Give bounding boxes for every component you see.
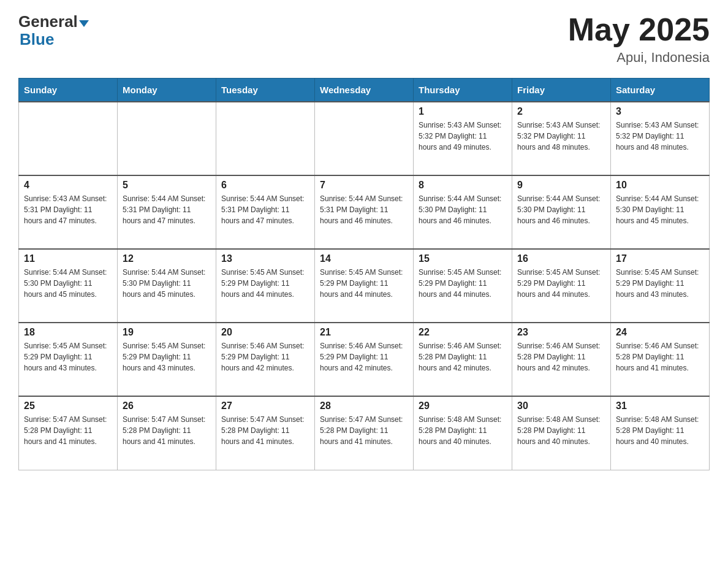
day-cell: 27Sunrise: 5:47 AM Sunset: 5:28 PM Dayli… [216, 396, 315, 470]
day-cell: 21Sunrise: 5:46 AM Sunset: 5:29 PM Dayli… [315, 323, 414, 396]
day-number: 18 [24, 327, 112, 338]
day-cell: 6Sunrise: 5:44 AM Sunset: 5:31 PM Daylig… [216, 175, 315, 249]
logo: General Blue [18, 12, 89, 47]
day-number: 9 [517, 180, 605, 191]
day-cell: 4Sunrise: 5:43 AM Sunset: 5:31 PM Daylig… [19, 175, 118, 249]
day-cell: 15Sunrise: 5:45 AM Sunset: 5:29 PM Dayli… [414, 249, 512, 323]
day-info: Sunrise: 5:47 AM Sunset: 5:28 PM Dayligh… [24, 414, 112, 447]
day-info: Sunrise: 5:46 AM Sunset: 5:28 PM Dayligh… [419, 340, 507, 373]
day-cell: 29Sunrise: 5:48 AM Sunset: 5:28 PM Dayli… [414, 396, 512, 470]
week-row-1: 1Sunrise: 5:43 AM Sunset: 5:32 PM Daylig… [19, 102, 710, 175]
col-header-wednesday: Wednesday [315, 79, 414, 102]
day-cell: 9Sunrise: 5:44 AM Sunset: 5:30 PM Daylig… [512, 175, 611, 249]
day-cell: 23Sunrise: 5:46 AM Sunset: 5:28 PM Dayli… [512, 323, 611, 396]
calendar-header-row: SundayMondayTuesdayWednesdayThursdayFrid… [19, 79, 710, 102]
day-info: Sunrise: 5:44 AM Sunset: 5:30 PM Dayligh… [24, 267, 112, 300]
day-number: 12 [123, 253, 211, 264]
day-number: 17 [616, 253, 704, 264]
month-title: May 2025 [568, 12, 710, 47]
day-info: Sunrise: 5:45 AM Sunset: 5:29 PM Dayligh… [419, 267, 507, 300]
day-cell: 13Sunrise: 5:45 AM Sunset: 5:29 PM Dayli… [216, 249, 315, 323]
col-header-thursday: Thursday [414, 79, 512, 102]
day-info: Sunrise: 5:44 AM Sunset: 5:30 PM Dayligh… [517, 193, 605, 226]
day-info: Sunrise: 5:45 AM Sunset: 5:29 PM Dayligh… [320, 267, 408, 300]
day-cell: 11Sunrise: 5:44 AM Sunset: 5:30 PM Dayli… [19, 249, 118, 323]
day-info: Sunrise: 5:48 AM Sunset: 5:28 PM Dayligh… [616, 414, 704, 447]
day-info: Sunrise: 5:45 AM Sunset: 5:29 PM Dayligh… [123, 340, 211, 373]
logo-general-text: General [18, 12, 78, 31]
day-cell: 14Sunrise: 5:45 AM Sunset: 5:29 PM Dayli… [315, 249, 414, 323]
day-number: 14 [320, 253, 408, 264]
day-number: 10 [616, 180, 704, 191]
logo-blue-text: Blue [20, 31, 54, 47]
day-number: 31 [616, 400, 704, 412]
day-cell: 17Sunrise: 5:45 AM Sunset: 5:29 PM Dayli… [611, 249, 710, 323]
day-number: 6 [221, 180, 309, 191]
day-number: 3 [616, 106, 704, 117]
day-info: Sunrise: 5:45 AM Sunset: 5:29 PM Dayligh… [517, 267, 605, 300]
day-number: 1 [419, 106, 507, 117]
day-info: Sunrise: 5:45 AM Sunset: 5:29 PM Dayligh… [616, 267, 704, 300]
day-info: Sunrise: 5:46 AM Sunset: 5:28 PM Dayligh… [616, 340, 704, 373]
day-cell: 3Sunrise: 5:43 AM Sunset: 5:32 PM Daylig… [611, 102, 710, 175]
day-number: 19 [123, 327, 211, 338]
day-number: 5 [123, 180, 211, 191]
day-info: Sunrise: 5:44 AM Sunset: 5:30 PM Dayligh… [419, 193, 507, 226]
day-cell: 22Sunrise: 5:46 AM Sunset: 5:28 PM Dayli… [414, 323, 512, 396]
location-title: Apui, Indonesia [568, 50, 710, 66]
day-number: 25 [24, 400, 112, 412]
day-info: Sunrise: 5:44 AM Sunset: 5:31 PM Dayligh… [221, 193, 309, 226]
day-cell: 10Sunrise: 5:44 AM Sunset: 5:30 PM Dayli… [611, 175, 710, 249]
week-row-3: 11Sunrise: 5:44 AM Sunset: 5:30 PM Dayli… [19, 249, 710, 323]
day-info: Sunrise: 5:45 AM Sunset: 5:29 PM Dayligh… [24, 340, 112, 373]
day-info: Sunrise: 5:43 AM Sunset: 5:32 PM Dayligh… [616, 120, 704, 153]
page-header: General Blue May 2025 Apui, Indonesia [18, 12, 710, 66]
col-header-saturday: Saturday [611, 79, 710, 102]
day-info: Sunrise: 5:46 AM Sunset: 5:29 PM Dayligh… [320, 340, 408, 373]
day-number: 29 [419, 400, 507, 412]
col-header-friday: Friday [512, 79, 611, 102]
title-block: May 2025 Apui, Indonesia [568, 12, 710, 66]
day-info: Sunrise: 5:47 AM Sunset: 5:28 PM Dayligh… [221, 414, 309, 447]
day-cell: 18Sunrise: 5:45 AM Sunset: 5:29 PM Dayli… [19, 323, 118, 396]
day-number: 26 [123, 400, 211, 412]
day-info: Sunrise: 5:44 AM Sunset: 5:31 PM Dayligh… [320, 193, 408, 226]
day-number: 13 [221, 253, 309, 264]
day-info: Sunrise: 5:47 AM Sunset: 5:28 PM Dayligh… [320, 414, 408, 447]
day-cell: 20Sunrise: 5:46 AM Sunset: 5:29 PM Dayli… [216, 323, 315, 396]
day-cell: 24Sunrise: 5:46 AM Sunset: 5:28 PM Dayli… [611, 323, 710, 396]
day-info: Sunrise: 5:44 AM Sunset: 5:30 PM Dayligh… [123, 267, 211, 300]
day-number: 8 [419, 180, 507, 191]
day-number: 7 [320, 180, 408, 191]
col-header-monday: Monday [118, 79, 216, 102]
day-info: Sunrise: 5:46 AM Sunset: 5:29 PM Dayligh… [221, 340, 309, 373]
day-info: Sunrise: 5:48 AM Sunset: 5:28 PM Dayligh… [419, 414, 507, 447]
day-cell: 31Sunrise: 5:48 AM Sunset: 5:28 PM Dayli… [611, 396, 710, 470]
week-row-2: 4Sunrise: 5:43 AM Sunset: 5:31 PM Daylig… [19, 175, 710, 249]
day-number: 20 [221, 327, 309, 338]
day-number: 27 [221, 400, 309, 412]
day-info: Sunrise: 5:46 AM Sunset: 5:28 PM Dayligh… [517, 340, 605, 373]
day-cell: 12Sunrise: 5:44 AM Sunset: 5:30 PM Dayli… [118, 249, 216, 323]
day-number: 24 [616, 327, 704, 338]
day-info: Sunrise: 5:48 AM Sunset: 5:28 PM Dayligh… [517, 414, 605, 447]
week-row-4: 18Sunrise: 5:45 AM Sunset: 5:29 PM Dayli… [19, 323, 710, 396]
day-number: 4 [24, 180, 112, 191]
day-cell [315, 102, 414, 175]
day-cell [118, 102, 216, 175]
calendar-table: SundayMondayTuesdayWednesdayThursdayFrid… [18, 78, 710, 470]
day-cell: 28Sunrise: 5:47 AM Sunset: 5:28 PM Dayli… [315, 396, 414, 470]
day-info: Sunrise: 5:43 AM Sunset: 5:31 PM Dayligh… [24, 193, 112, 226]
day-cell: 5Sunrise: 5:44 AM Sunset: 5:31 PM Daylig… [118, 175, 216, 249]
day-cell: 8Sunrise: 5:44 AM Sunset: 5:30 PM Daylig… [414, 175, 512, 249]
logo-arrow-icon [79, 20, 89, 27]
day-info: Sunrise: 5:43 AM Sunset: 5:32 PM Dayligh… [517, 120, 605, 153]
day-info: Sunrise: 5:44 AM Sunset: 5:31 PM Dayligh… [123, 193, 211, 226]
day-cell: 26Sunrise: 5:47 AM Sunset: 5:28 PM Dayli… [118, 396, 216, 470]
day-cell: 2Sunrise: 5:43 AM Sunset: 5:32 PM Daylig… [512, 102, 611, 175]
day-info: Sunrise: 5:47 AM Sunset: 5:28 PM Dayligh… [123, 414, 211, 447]
col-header-sunday: Sunday [19, 79, 118, 102]
day-number: 30 [517, 400, 605, 412]
day-info: Sunrise: 5:44 AM Sunset: 5:30 PM Dayligh… [616, 193, 704, 226]
day-number: 22 [419, 327, 507, 338]
